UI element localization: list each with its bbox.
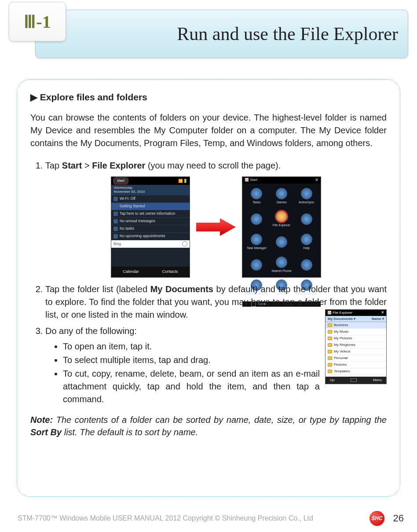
mock-row: Wi-Fi: Off: [120, 196, 135, 201]
folder-item: My Ringtones: [334, 342, 355, 348]
mock3-menu: Menu: [373, 378, 382, 383]
heading-arrow-icon: ▶: [30, 92, 37, 102]
file-explorer-app-icon: File Explorer: [270, 209, 293, 230]
step-1: Tap Start > File Explorer (you may need …: [45, 159, 387, 278]
note-post: list. The default is to sort by name.: [62, 427, 198, 437]
search-icon: [182, 241, 187, 246]
footer-logo: SHC: [369, 511, 384, 526]
note-label: Note:: [30, 415, 53, 425]
folder-icon: [328, 330, 332, 334]
mock3-up: Up: [330, 378, 334, 383]
app-icon-label: Tasks: [252, 200, 260, 205]
start-button-mock: Start: [113, 177, 128, 184]
arrow-right-icon: [196, 218, 236, 236]
content-panel: ▶ Explore files and folders You can brow…: [17, 79, 400, 497]
folder-icon: [328, 363, 332, 367]
page-header: Ⅲ-1 Run and use the File Explorer: [9, 2, 408, 63]
screenshot-file-explorer: 🪟 File Explorer✕ My Documents ▾Name ▾ Bu…: [325, 309, 387, 384]
folder-dropdown: My Documents ▾: [328, 316, 355, 322]
step1-mid: >: [82, 161, 92, 170]
mock-softkey-right: Contacts: [150, 267, 190, 277]
screenshot-start-menu: 🪟 Start✕ Tasks Games ActiveSync File Exp…: [242, 176, 321, 278]
note-bold: Sort By: [30, 427, 62, 437]
mock-row: Getting Started: [120, 203, 145, 209]
close-icon: ✕: [381, 310, 384, 316]
keyboard-icon: [351, 378, 357, 382]
step-list: Tap Start > File Explorer (you may need …: [30, 159, 387, 406]
screenshot-home: Start📶🔋 WednesdayNovember 03, 2010 Wi-Fi…: [111, 176, 190, 278]
folder-item: Pictures: [334, 362, 347, 367]
close-icon: ✕: [315, 177, 318, 183]
page-footer: STM-7700™ Windows Mobile USER MANUAL 201…: [0, 511, 417, 526]
step1-post: (you may need to scroll the page).: [145, 161, 281, 170]
mock-row: No unread messages: [120, 218, 155, 224]
step-2: Tap the folder list (labeled My Document…: [45, 283, 387, 321]
title-bar: Run and use the File Explorer: [35, 10, 408, 58]
folder-icon: [328, 356, 332, 360]
app-icon-label: Help: [303, 246, 310, 250]
step2-pre: Tap the folder list (labeled: [45, 284, 150, 294]
folder-item: My Music: [334, 329, 349, 334]
footer-text: STM-7700™ Windows Mobile USER MANUAL 201…: [13, 514, 365, 522]
folder-icon: [328, 323, 332, 327]
mock3-title: File Explorer: [333, 311, 352, 315]
folder-item: My Videos: [334, 349, 350, 354]
folder-icon: [328, 337, 332, 340]
mock-row: No tasks: [120, 226, 134, 231]
app-icon-label: Search Phone: [271, 269, 292, 273]
sort-dropdown: Name ▾: [372, 316, 384, 322]
folder-icon: [328, 350, 332, 353]
step1-pre: Tap: [45, 161, 62, 170]
section-badge: Ⅲ-1: [9, 2, 66, 41]
folder-item: Personal: [334, 356, 348, 361]
app-icon-label: ActiveSync: [299, 200, 315, 205]
intro-paragraph: You can browse the contents of folders o…: [30, 111, 387, 150]
app-icon-label: Task Manager: [247, 246, 267, 250]
note-paragraph: Note: The contents of a folder can be so…: [30, 414, 387, 438]
heading-text: Explore files and folders: [40, 92, 147, 102]
step3-text: Do any of the following:: [45, 326, 137, 336]
app-icon-label: Games: [276, 200, 286, 205]
mock-bing: Bing: [113, 241, 121, 246]
step1-start-label: Start: [62, 161, 82, 170]
mock2-start-label: Start: [250, 178, 257, 182]
figure-row: Start📶🔋 WednesdayNovember 03, 2010 Wi-Fi…: [45, 176, 387, 278]
folder-item: My Pictures: [334, 336, 352, 341]
folder-icon: [328, 370, 332, 373]
folder-icon: [328, 343, 332, 347]
app-icon-label: File Explorer: [273, 223, 290, 227]
mock-row: Tap here to set owner information: [120, 211, 175, 216]
step1-fileexplorer-label: File Explorer: [92, 161, 145, 170]
page-title: Run and use the File Explorer: [177, 23, 398, 44]
step2-bold: My Documents: [150, 284, 213, 294]
folder-item: Business: [334, 323, 348, 328]
folder-item: Templates: [334, 369, 350, 374]
mock-date-full: November 03, 2010: [114, 190, 187, 194]
note-pre: The contents of a folder can be sorted b…: [53, 415, 387, 425]
mock-row: No upcoming appointments: [120, 233, 165, 238]
mock-softkey-left: Calendar: [111, 267, 150, 277]
page-number: 26: [389, 513, 404, 524]
section-heading: ▶ Explore files and folders: [30, 92, 387, 103]
